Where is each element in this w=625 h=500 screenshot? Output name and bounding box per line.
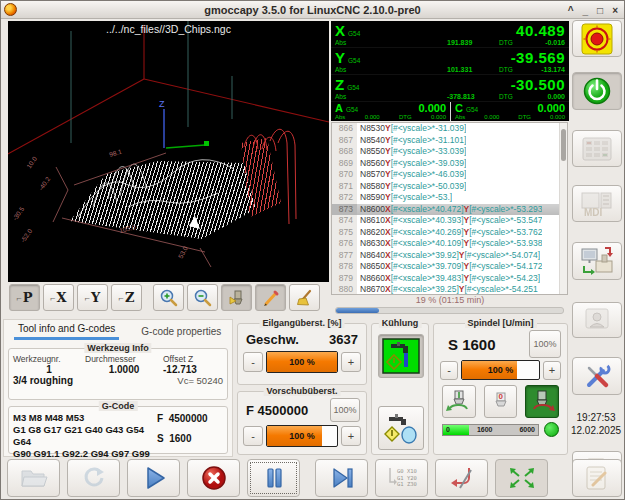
close-window-button[interactable]: × [612,5,618,16]
gcode-line[interactable]: 874N8610X[#<xscale>*40.393]Y[#<yscale>*-… [332,215,567,227]
shade-window-button[interactable]: ^ [568,5,574,16]
pause-icon [260,464,288,492]
clear-plot-button[interactable] [289,284,320,311]
gcode-line-text: N8640X[#<xscale>*39.92]Y[#<yscale>*-54.0… [357,250,540,262]
flood-coolant-button[interactable] [378,334,424,378]
gcode-line[interactable]: 875N8620X[#<xscale>*40.269]Y[#<yscale>*-… [332,227,567,239]
tool-info-panel: Tool info and G-codes G-code properties … [3,319,233,457]
gcode-line-number: 878 [332,261,357,273]
dro-axis-c[interactable]: CG540.000 Abs0.000DTG0.000 [450,102,569,121]
auto-mode-button[interactable] [572,242,622,280]
gcode-line-text: N8530Y[#<yscale>*-31.039] [357,123,466,135]
reload-file-button[interactable] [67,459,120,497]
dro-axis-a[interactable]: AG540.000 Abs0.000DTG0.000 [331,102,450,121]
gcode-line-number: 872 [332,192,357,204]
draw-dimensions-button[interactable] [255,284,286,311]
dro-axis-z[interactable]: ZG54-30.500 Abs-378.813DTG0.000 [331,75,569,102]
dro-panel[interactable]: XG5440.489 Abs191.839DTG-0.016 YG54-39.5… [331,21,569,121]
spindle-stop-button[interactable]: 0 [484,385,518,418]
spindle-speed-bar: 0 1600 6000 [442,424,539,436]
tool-diameter-value: 1.0000 [85,364,163,375]
edit-gcode-button[interactable] [572,459,622,497]
view-x-button[interactable]: ⌐X [43,284,74,311]
rapid-override-plus-button[interactable]: + [341,352,361,372]
dro-axis-x[interactable]: XG5440.489 Abs191.839DTG-0.016 [331,21,569,48]
svg-text:10.0: 10.0 [25,155,38,170]
gcode-scrollbar-thumb[interactable] [561,129,566,161]
settings-tools-button[interactable] [572,357,622,395]
machine-on-button[interactable] [572,72,622,110]
mdi-mode-button[interactable]: MDI [572,185,622,222]
manual-mode-button[interactable] [572,130,622,167]
remaining-path-loops [244,129,296,224]
stop-program-button[interactable] [187,459,240,497]
rapid-override-minus-button[interactable]: - [243,352,263,372]
user-settings-button[interactable] [572,302,622,338]
gcode-line-number: 867 [332,135,357,147]
gcode-line[interactable]: 879N8660X[#<xscale>*39.483]Y[#<yscale>*-… [332,273,567,285]
minimize-window-button[interactable]: _ [583,5,589,16]
mist-coolant-button[interactable] [378,406,424,450]
zoom-out-button[interactable] [187,284,218,311]
gcode-listing[interactable]: 866N8530Y[#<yscale>*-31.039]867N8540Y[#<… [331,122,568,295]
feed-override-slider[interactable]: 100 % [266,425,338,447]
active-feed: F 4500000 [157,413,223,425]
gcode-line-number: 871 [332,181,357,193]
gcode-line[interactable]: 869N8560Y[#<yscale>*-39.039] [332,158,567,170]
machine-limits-lines [8,25,329,155]
gcode-line[interactable]: 872N8590Y[#<yscale>*-53.] [332,192,567,204]
tab-tool-info[interactable]: Tool info and G-codes [14,321,119,340]
estop-button[interactable] [572,20,622,57]
zoom-in-button[interactable] [153,284,184,311]
gcode-progress-fill [336,308,379,313]
z-axis-label: Z [159,99,165,109]
spindle-left-button[interactable] [442,385,476,418]
gcode-line-number: 866 [332,123,357,135]
feed-override-plus-button[interactable]: + [341,426,361,446]
gcode-line[interactable]: 866N8530Y[#<yscale>*-31.039] [332,123,567,135]
view-z-button[interactable]: ⌐Z [111,284,142,311]
gcode-line[interactable]: 876N8630X[#<xscale>*40.109]Y[#<yscale>*-… [332,238,567,250]
step-program-button[interactable] [315,459,368,497]
reload-icon [81,465,107,491]
spindle-override-plus-button[interactable]: + [543,361,561,380]
fullscreen-button[interactable] [495,459,548,497]
maximize-window-button[interactable]: □ [597,5,603,16]
gcode-line[interactable]: 867N8540Y[#<yscale>*-31.101] [332,135,567,147]
tab-gcode-properties[interactable]: G-code properties [137,324,225,340]
y-axis-line [166,145,205,148]
tool-dimensions-button[interactable] [221,284,252,311]
rapid-override-slider[interactable]: 100 % [266,351,338,373]
optional-blocks-button[interactable] [435,459,488,497]
gcode-line[interactable]: 871N8580Y[#<yscale>*-50.039] [332,181,567,193]
gcode-line[interactable]: 878N8650X[#<xscale>*39.709]Y[#<yscale>*-… [332,261,567,273]
feed-override-minus-button[interactable]: - [243,426,263,446]
gcode-line-number: 880 [332,284,357,295]
view-y-button[interactable]: ⌐Y [77,284,108,311]
gremlin-preview[interactable]: Z 10.0 -40.2 -30.5 -52.0 98.1 103.0 53.0 [8,21,329,282]
feed-override-reset-button[interactable]: 100% [330,398,360,422]
active-gcodes-line1: G1 G8 G17 G21 G40 G43 G54 G64 [13,424,157,448]
gcode-line[interactable]: 880N8670X[#<xscale>*39.25]Y[#<yscale>*-5… [332,284,567,295]
coolant-frame: Kühlung [371,323,429,455]
pause-program-button[interactable] [247,459,300,497]
spindle-override-reset-button[interactable]: 100% [529,330,561,358]
dro-axis-y[interactable]: YG54-39.569 Abs101.331DTG-13.174 [331,48,569,75]
view-perspective-button[interactable]: ⌐P [9,284,40,311]
fullscreen-arrows-icon [507,465,537,491]
gcode-line[interactable]: 870N8570Y[#<yscale>*-46.039] [332,169,567,181]
gcode-line-text: N8570Y[#<yscale>*-46.039] [357,169,466,181]
gcode-scrollbar[interactable] [559,123,567,294]
mist-coolant-icon [382,410,420,446]
gcode-line[interactable]: 868N8550Y[#<yscale>*-33.039] [332,146,567,158]
gcode-line-text: N8610X[#<xscale>*40.393]Y[#<yscale>*-53.… [357,215,542,227]
gcode-line[interactable]: 877N8640X[#<xscale>*39.92]Y[#<yscale>*-5… [332,250,567,262]
gcode-line-text: N8630X[#<xscale>*40.109]Y[#<yscale>*-53.… [357,238,542,250]
spindle-right-button[interactable] [525,385,559,418]
spindle-override-minus-button[interactable]: - [440,361,458,380]
gcode-line[interactable]: 873N8600X[#<xscale>*40.472]Y[#<yscale>*-… [332,204,567,216]
spindle-override-slider[interactable]: 100 % [461,360,540,380]
run-program-button[interactable] [127,459,180,497]
run-from-line-button[interactable]: G0 X10 G1 Y20 G1 Z30 [375,459,428,497]
open-file-button[interactable] [7,459,60,497]
